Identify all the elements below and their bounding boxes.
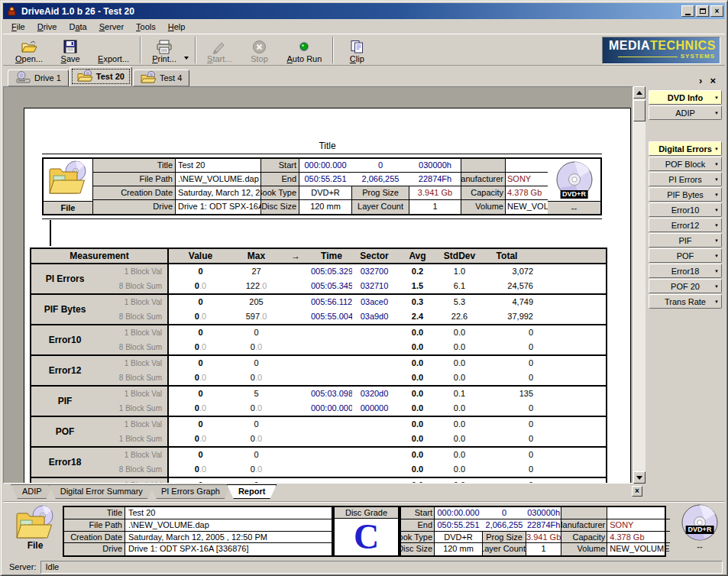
cell-total: 4,749	[480, 295, 606, 309]
cell-sector	[352, 371, 396, 385]
mediatechnics-logo: MEDIATECHNICS SYSTEMS	[602, 37, 720, 64]
measurement-name: PIF Bytes	[31, 295, 99, 324]
value-manufacturer: SONY	[506, 173, 548, 186]
sidebar-item-label: Trans Rate	[665, 297, 706, 306]
toolbar-label-open: Open...	[15, 54, 43, 63]
view-tab-report[interactable]: Report	[227, 484, 277, 499]
cell-max: 0.0	[232, 401, 280, 416]
autorun-icon	[299, 39, 309, 54]
stop-icon	[252, 39, 267, 54]
toolbar-button-export[interactable]: Export...	[90, 34, 137, 66]
tab-close-icon[interactable]: ×	[710, 75, 716, 86]
minimize-button[interactable]	[681, 5, 694, 17]
menu-item-drive[interactable]: Drive	[31, 21, 63, 33]
measurement-group-pif-bytes: PIF Bytes1 Block Val8 Block Sum0205005:5…	[31, 295, 606, 325]
manufacturer-values: SONY 4.378 Gb NEW_VOLUME	[506, 159, 548, 214]
cell-value: 0.0	[169, 432, 232, 446]
title-bar: DriveAid 1.0 b 26 - Test 20 ×	[3, 3, 725, 19]
cell-std: 5.3	[438, 295, 480, 309]
open-folder-icon	[21, 39, 37, 54]
cell-total: 3,072	[480, 264, 606, 279]
value-prog-size: 3.941 Gb	[409, 186, 461, 199]
sidebar-item-error18[interactable]: Error18▼	[649, 264, 722, 278]
cell-sector: 032700	[352, 264, 396, 279]
block-row-labels: 1 Block Val8 Block Sum	[99, 448, 167, 477]
printer-icon	[156, 39, 173, 54]
app-window: DriveAid 1.0 b 26 - Test 20 × FileDriveD…	[0, 0, 728, 576]
toolbar-button-open[interactable]: Open...	[8, 34, 50, 66]
view-tab-pi-errors-graph[interactable]: PI Errors Graph	[150, 484, 231, 499]
sidebar-item-error12[interactable]: Error12▼	[649, 218, 722, 232]
maximize-button[interactable]	[696, 5, 709, 17]
sidebar-item-digital-errors[interactable]: Digital Errors▼	[649, 141, 722, 156]
cell-total: 37,992	[480, 309, 606, 324]
view-tab-close-button[interactable]: ×	[632, 486, 642, 497]
scrollbar-thumb[interactable]	[633, 100, 645, 121]
cell-std: 6.1	[438, 279, 480, 293]
measurement-name-cell: PIF1 Block Val1 Block Sum	[31, 387, 169, 416]
toolbar-button-print[interactable]: Print...	[144, 34, 184, 66]
cell-value: 0.0	[169, 309, 232, 324]
measurement-table: MeasurementValueMax→TimeSectorAvgStdDevT…	[30, 248, 607, 484]
sidebar-item-pi-errors[interactable]: PI Errors▼	[649, 172, 722, 186]
scroll-down-button[interactable]	[633, 471, 645, 484]
cell-std: 0.0	[438, 401, 480, 416]
cell-arrow	[280, 371, 311, 385]
value-file-path: .\NEW_VOLUME.dap	[176, 173, 260, 186]
sidebar-item-error10[interactable]: Error10▼	[649, 202, 722, 217]
sidebar-item-dvd-info[interactable]: DVD Info▼	[649, 90, 722, 105]
tab-scroll-chevron-icon[interactable]: ›	[699, 75, 702, 86]
doc-tab-test-20[interactable]: Test 20	[70, 66, 132, 86]
menu-item-tools[interactable]: Tools	[130, 21, 162, 33]
cell-time	[311, 356, 352, 371]
toolbar-button-auto-run[interactable]: Auto Run	[279, 34, 329, 66]
start-hex: 030000h	[526, 507, 561, 519]
disc-range-section: Start 000:00.000 0 030000h End 050:55.25…	[261, 159, 461, 214]
maximize-icon	[700, 8, 706, 14]
block-row-label: 1 Block Val	[99, 451, 167, 460]
block-row-label: 8 Block Sum	[99, 374, 167, 383]
sidebar-item-pif-bytes[interactable]: PIF Bytes▼	[649, 187, 722, 202]
cell-avg: 0.0	[396, 387, 438, 401]
report-viewport: Title File Title File Path Creatio	[3, 86, 633, 484]
block-row-label: 8 Block Sum	[99, 465, 167, 474]
close-button[interactable]: ×	[710, 5, 723, 17]
cell-std: 1.0	[438, 264, 480, 279]
block-row-label: 1 Block Sum	[99, 404, 167, 413]
sidebar-item-pof[interactable]: POF▼	[649, 248, 722, 263]
scroll-up-button[interactable]	[633, 86, 645, 99]
cell-total: 0	[480, 401, 606, 416]
sidebar-item-label: POF	[677, 251, 694, 260]
menu-item-server[interactable]: Server	[93, 21, 130, 33]
cell-max: 0	[232, 356, 280, 371]
sidebar-item-adip[interactable]: ADIP▼	[649, 105, 722, 120]
sidebar-item-pif[interactable]: PIF▼	[649, 233, 722, 248]
print-options-dropdown[interactable]	[184, 34, 192, 66]
doc-tab-label: Test 4	[160, 73, 182, 83]
dropdown-arrow-icon: ▼	[714, 208, 719, 212]
toolbar-button-save[interactable]: Save	[50, 34, 90, 66]
cell-sector: 000000	[352, 401, 396, 416]
view-tab-digital-error-summary[interactable]: Digital Error Summary	[49, 484, 154, 499]
cell-max: 27	[232, 264, 280, 279]
table-row: 0.00.00.00.00	[169, 462, 606, 477]
block-row-label: 8 Block Sum	[99, 343, 167, 352]
menu-item-file[interactable]: File	[5, 21, 31, 33]
logo-technics-text: TECHNICS	[650, 39, 716, 53]
toolbar-button-clip[interactable]: Clip	[337, 34, 377, 66]
sidebar-item-pof-block[interactable]: POF Block▼	[649, 157, 722, 171]
menu-item-data[interactable]: Data	[63, 21, 92, 33]
view-tab-adip[interactable]: ADIP	[11, 484, 53, 499]
block-row-labels: 1 Block Val1 Block Sum	[99, 417, 167, 446]
toolbar-label-auto-run: Auto Run	[286, 54, 322, 63]
sidebar-item-trans-rate[interactable]: Trans Rate▼	[649, 294, 722, 309]
report-file-header: File Title File Path Creation Date Drive…	[42, 157, 602, 215]
label-prog-size: Prog Size	[482, 532, 526, 543]
sidebar-item-pof-20[interactable]: POF 20▼	[649, 279, 722, 293]
vertical-scrollbar[interactable]	[633, 86, 645, 484]
toolbar-button-stop: Stop	[239, 34, 279, 66]
cell-std: 0.1	[438, 387, 480, 401]
doc-tab-drive-1[interactable]: Drive 1	[8, 70, 69, 86]
menu-item-help[interactable]: Help	[162, 21, 192, 33]
doc-tab-test-4[interactable]: Test 4	[133, 70, 189, 86]
